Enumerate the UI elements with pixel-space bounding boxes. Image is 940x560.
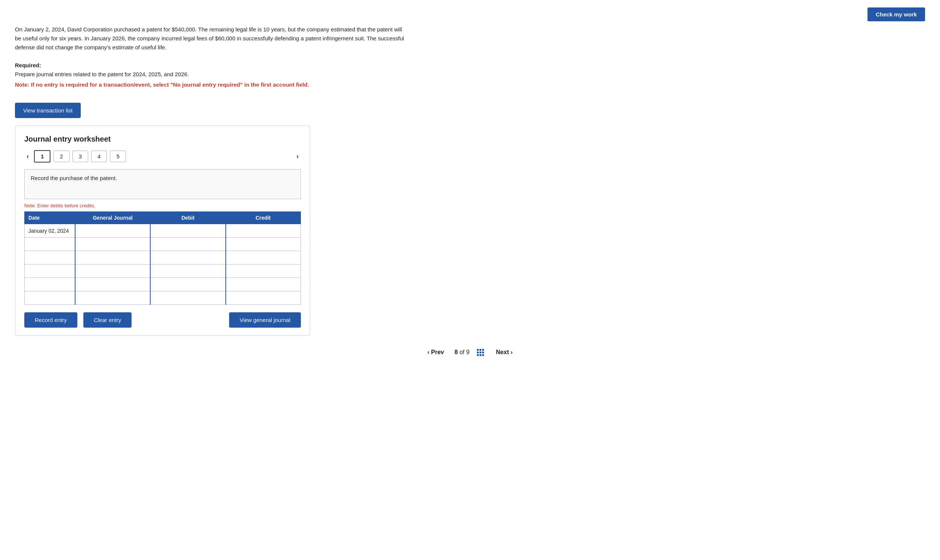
worksheet-container: Journal entry worksheet ‹ 1 2 3 4 5 › Re… xyxy=(15,126,310,335)
total-pages: 9 xyxy=(466,349,470,355)
credit-input-1[interactable] xyxy=(226,238,300,251)
general-journal-input-0[interactable] xyxy=(76,224,150,237)
debit-cell-0[interactable] xyxy=(150,224,225,238)
required-section: Required: Prepare journal entries relate… xyxy=(15,61,407,89)
record-entry-button[interactable]: Record entry xyxy=(24,312,77,328)
action-buttons: Record entry Clear entry View general jo… xyxy=(24,312,301,328)
tab-3[interactable]: 3 xyxy=(72,151,88,162)
tab-prev-arrow[interactable]: ‹ xyxy=(24,152,31,161)
clear-entry-button[interactable]: Clear entry xyxy=(83,312,132,328)
debit-input-0[interactable] xyxy=(151,224,225,237)
debit-input-1[interactable] xyxy=(151,238,225,251)
general-journal-input-4[interactable] xyxy=(76,278,150,291)
date-cell-0: January 02, 2024 xyxy=(25,224,75,238)
credit-input-4[interactable] xyxy=(226,278,300,291)
check-my-work-button[interactable]: Check my work xyxy=(868,8,925,21)
bottom-nav: ‹ Prev 8 of 9 Next › xyxy=(15,347,925,358)
general-journal-cell-0[interactable] xyxy=(75,224,150,238)
col-date-header: Date xyxy=(25,212,75,224)
debit-cell-5[interactable] xyxy=(150,291,225,305)
page-indicator: 8 of 9 xyxy=(455,349,470,355)
general-journal-cell-1[interactable] xyxy=(75,238,150,251)
note-debits: Note: Enter debits before credits. xyxy=(24,203,301,208)
tab-next-arrow[interactable]: › xyxy=(294,152,301,161)
debit-input-5[interactable] xyxy=(151,291,225,305)
general-journal-input-5[interactable] xyxy=(76,291,150,305)
debit-cell-3[interactable] xyxy=(150,265,225,278)
debit-input-4[interactable] xyxy=(151,278,225,291)
problem-description: On January 2, 2024, David Corporation pu… xyxy=(15,25,407,52)
general-journal-input-1[interactable] xyxy=(76,238,150,251)
date-cell-2 xyxy=(25,251,75,265)
tab-4[interactable]: 4 xyxy=(91,151,107,162)
table-row xyxy=(25,291,301,305)
problem-text: On January 2, 2024, David Corporation pu… xyxy=(15,25,407,89)
general-journal-cell-3[interactable] xyxy=(75,265,150,278)
worksheet-title: Journal entry worksheet xyxy=(24,135,301,143)
credit-cell-1[interactable] xyxy=(226,238,301,251)
credit-cell-4[interactable] xyxy=(226,278,301,291)
required-text: Prepare journal entries related to the p… xyxy=(15,71,189,77)
prev-button[interactable]: ‹ Prev xyxy=(423,347,448,358)
general-journal-input-2[interactable] xyxy=(76,251,150,264)
tabs-row: ‹ 1 2 3 4 5 › xyxy=(24,150,301,163)
general-journal-input-3[interactable] xyxy=(76,265,150,278)
general-journal-cell-2[interactable] xyxy=(75,251,150,265)
credit-cell-3[interactable] xyxy=(226,265,301,278)
tab-5[interactable]: 5 xyxy=(110,151,126,162)
date-cell-5 xyxy=(25,291,75,305)
col-general-journal-header: General Journal xyxy=(75,212,150,224)
general-journal-cell-5[interactable] xyxy=(75,291,150,305)
grid-icon[interactable] xyxy=(477,349,484,356)
table-row xyxy=(25,251,301,265)
debit-cell-1[interactable] xyxy=(150,238,225,251)
current-page: 8 xyxy=(455,349,458,355)
note-red-text: Note: If no entry is required for a tran… xyxy=(15,80,407,89)
view-general-journal-button[interactable]: View general journal xyxy=(229,312,301,328)
table-row xyxy=(25,238,301,251)
date-cell-4 xyxy=(25,278,75,291)
view-transaction-list-button[interactable]: View transaction list xyxy=(15,103,81,118)
required-label: Required: xyxy=(15,62,41,68)
debit-cell-4[interactable] xyxy=(150,278,225,291)
journal-table: Date General Journal Debit Credit Januar… xyxy=(24,211,301,305)
credit-cell-5[interactable] xyxy=(226,291,301,305)
debit-input-2[interactable] xyxy=(151,251,225,264)
table-row: January 02, 2024 xyxy=(25,224,301,238)
entry-description: Record the purchase of the patent. xyxy=(24,169,301,199)
col-credit-header: Credit xyxy=(226,212,301,224)
credit-input-3[interactable] xyxy=(226,265,300,278)
credit-input-2[interactable] xyxy=(226,251,300,264)
debit-cell-2[interactable] xyxy=(150,251,225,265)
date-cell-3 xyxy=(25,265,75,278)
tab-1[interactable]: 1 xyxy=(34,150,51,163)
col-debit-header: Debit xyxy=(150,212,225,224)
credit-cell-2[interactable] xyxy=(226,251,301,265)
credit-input-5[interactable] xyxy=(226,291,300,305)
tab-2[interactable]: 2 xyxy=(54,151,69,162)
date-cell-1 xyxy=(25,238,75,251)
table-row xyxy=(25,278,301,291)
credit-input-0[interactable] xyxy=(226,224,300,237)
debit-input-3[interactable] xyxy=(151,265,225,278)
credit-cell-0[interactable] xyxy=(226,224,301,238)
general-journal-cell-4[interactable] xyxy=(75,278,150,291)
table-row xyxy=(25,265,301,278)
next-button[interactable]: Next › xyxy=(492,347,517,358)
